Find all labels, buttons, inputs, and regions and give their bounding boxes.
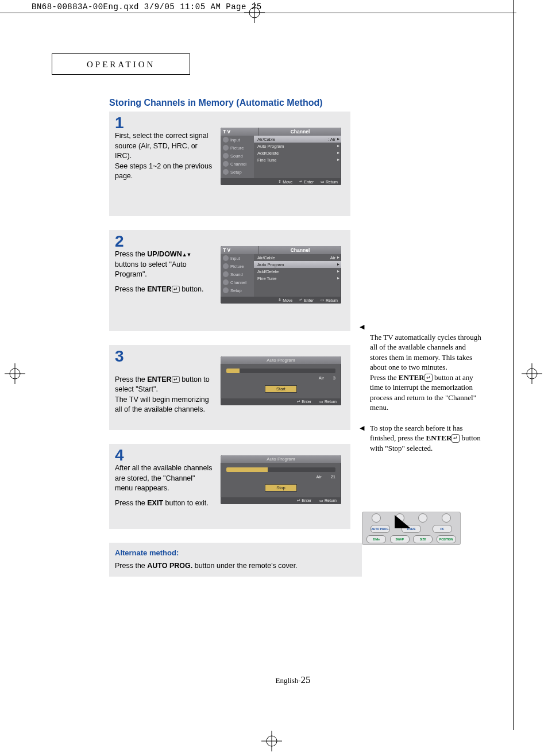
osd-nav-item: Channel: [221, 278, 254, 286]
footer-enter: ↵ Enter: [297, 400, 311, 404]
nav-icon: [223, 137, 229, 143]
osd-list: Air/CableAir▸ Auto Program▸ Add/Delete▸ …: [254, 254, 341, 297]
remote-button: SWAP: [390, 535, 410, 543]
nav-icon: [223, 169, 229, 175]
osd-footer: ⇕ Move ↵ Enter ▭ Return: [221, 297, 341, 304]
osd-row: Fine Tune▸: [254, 156, 341, 163]
footer-return: ▭ Return: [321, 179, 338, 184]
caret-right-icon: ▸: [337, 268, 339, 274]
enter-icon: ↵: [299, 298, 303, 302]
enter-icon: ↵: [424, 374, 433, 382]
footer-move: ⇕ Move: [278, 298, 292, 302]
start-button: Start: [265, 385, 297, 393]
osd-nav: Input Picture Sound Channel Setup: [221, 254, 254, 297]
osd-row: Auto Program▸: [254, 261, 341, 268]
osd-list: Air/Cable: Air▸ Auto Program▸ Add/Delete…: [254, 136, 341, 178]
enter-icon: ↵: [172, 376, 180, 383]
nav-icon: [223, 279, 229, 285]
step-1-box: 1 First, select the correct signal sourc…: [109, 112, 350, 216]
osd-row: Add/Delete▸: [254, 149, 341, 156]
enter-icon: ↵: [451, 434, 460, 442]
osd-nav-item: Setup: [221, 168, 254, 176]
nav-icon: [223, 161, 229, 167]
page-title-text: Storing Channels in Memory (Automatic Me…: [109, 98, 323, 108]
osd-nav-item: Input: [221, 136, 254, 144]
alternate-heading: Alternate method:: [115, 548, 356, 557]
osd-row: Auto Program▸: [254, 143, 341, 149]
osd-nav: Input Picture Sound Channel Setup: [221, 136, 254, 178]
nav-icon: [223, 153, 229, 159]
caret-right-icon: ▸: [337, 150, 339, 155]
osd-nav-item: Setup: [221, 286, 254, 294]
qxd-header-text: BN68-00883A-00Eng.qxd 3/9/05 11:05 AM Pa…: [32, 2, 262, 11]
remote-illustration: ◣ AUTO PROG. P.SIZE PC DNIe SWAP SIZE PO…: [362, 512, 461, 545]
remote-row: DNIe SWAP SIZE POSITION: [362, 534, 460, 544]
osd-row: Air/Cable: Air▸: [254, 136, 341, 143]
side-notes: The TV automatically cycles through all …: [362, 322, 483, 464]
step-4-osd-prog: Auto Program Air21 Stop ↵ Enter ▭ Return: [221, 455, 341, 504]
page-footer-num: 25: [301, 674, 311, 685]
osd-nav-item: Picture: [221, 262, 254, 270]
osd-header: T V Channel: [221, 128, 341, 136]
osd-prog-body: Air3 Start: [221, 364, 341, 398]
step-2-text: Press the UP/DOWN▲▼ buttons to select "A…: [109, 250, 218, 298]
enter-icon: ↵: [299, 179, 303, 184]
return-icon: ▭: [321, 298, 325, 302]
step-4-box: 4 After all the available channels are s…: [109, 444, 350, 529]
qxd-header: BN68-00883A-00Eng.qxd 3/9/05 11:05 AM Pa…: [0, 0, 548, 13]
caret-right-icon: ▸: [337, 255, 339, 260]
osd-row: Air/CableAir▸: [254, 254, 341, 261]
return-icon: ▭: [321, 179, 325, 184]
nav-icon: [223, 145, 229, 151]
remote-button: PC: [433, 525, 452, 533]
caret-right-icon: ▸: [337, 136, 339, 141]
remote-button-autoprog: AUTO PROG.: [371, 525, 390, 533]
move-icon: ⇕: [278, 179, 281, 184]
caret-right-icon: ▸: [337, 275, 339, 281]
remote-row: [362, 512, 460, 524]
osd-menu-title: Channel: [259, 246, 341, 254]
prog-readout: Air3: [226, 375, 335, 381]
footer-return: ▭ Return: [321, 298, 338, 302]
remote-button: [442, 513, 451, 523]
page-footer-lang: English-: [275, 676, 300, 685]
remote-button: DNIe: [366, 535, 386, 543]
footer-return: ▭ Return: [319, 400, 337, 404]
note-2: To stop the search before it has finishe…: [362, 423, 483, 454]
remote-button: SIZE: [413, 535, 433, 543]
step-2-box: 2 Press the UP/DOWN▲▼ buttons to select …: [109, 230, 350, 331]
nav-icon: [223, 255, 229, 261]
osd-prog-footer: ↵ Enter ▭ Return: [221, 398, 341, 405]
alternate-method-box: Alternate method: Press the AUTO PROG. b…: [109, 543, 362, 577]
progress-bar: [226, 369, 335, 373]
stop-button: Stop: [265, 484, 297, 492]
osd-row: Add/Delete▸: [254, 268, 341, 275]
osd-body: Input Picture Sound Channel Setup Air/Ca…: [221, 136, 341, 178]
footer-enter: ↵ Enter: [299, 179, 314, 184]
caret-right-icon: ▸: [337, 143, 339, 148]
step-3-box: 3 Press the ENTER↵ button to select "Sta…: [109, 345, 350, 430]
osd-header: T V Channel: [221, 246, 341, 254]
osd-prog-title: Auto Program: [221, 356, 341, 364]
note-1: The TV automatically cycles through all …: [362, 322, 483, 413]
remote-button: POSITION: [437, 535, 456, 543]
osd-row: Fine Tune▸: [254, 275, 341, 282]
osd-body: Input Picture Sound Channel Setup Air/Ca…: [221, 254, 341, 297]
osd-nav-item: Channel: [221, 160, 254, 168]
nav-icon: [223, 271, 229, 277]
step-3-text: Press the ENTER↵ button to select "Start…: [109, 364, 218, 419]
osd-menu-title: Channel: [259, 128, 341, 136]
progress-bar: [226, 467, 335, 472]
pointer-arrow-icon: ◣: [395, 512, 411, 530]
page-body: OPERATION Storing Channels in Memory (Au…: [0, 13, 548, 709]
enter-icon: ↵: [172, 286, 180, 293]
footer-move: ⇕ Move: [278, 179, 292, 184]
osd-prog-title: Auto Program: [221, 455, 341, 463]
section-tab-wrap: OPERATION: [52, 53, 508, 98]
step-3-osd-prog: Auto Program Air3 Start ↵ Enter ▭ Return: [221, 356, 341, 405]
remote-button: [372, 513, 381, 523]
osd-footer: ⇕ Move ↵ Enter ▭ Return: [221, 178, 341, 185]
step-4-text: After all the available channels are sto…: [109, 463, 218, 512]
section-tab: OPERATION: [52, 53, 190, 75]
osd-tv-label: T V: [221, 128, 259, 136]
